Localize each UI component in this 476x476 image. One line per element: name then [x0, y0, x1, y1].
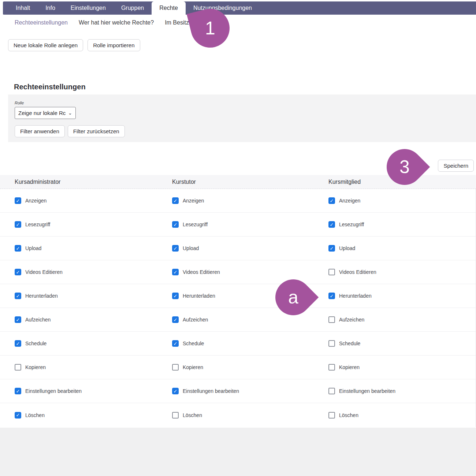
permission-label: Schedule: [25, 341, 47, 346]
cell-kursadministrator-videos-editieren: ✓Videos Editieren: [0, 269, 157, 275]
cell-kursadministrator-schedule: ✓Schedule: [0, 340, 157, 347]
filter-button-row: Filter anwenden Filter zurücksetzen: [15, 125, 469, 137]
checkbox-kursmitglied-upload[interactable]: ✓: [328, 245, 335, 252]
role-select-value: Zeige nur lokale Rc: [18, 110, 66, 116]
checkbox-kursmitglied-videos-editieren[interactable]: [328, 269, 335, 275]
cell-kurstutor-einstellungen-bearbeiten: ✓Einstellungen bearbeiten: [157, 388, 314, 394]
page-title: Rechteeinstellungen: [14, 83, 86, 91]
permission-row-lesezugriff: ✓Lesezugriff✓Lesezugriff✓Lesezugriff: [0, 213, 476, 237]
callout-step-3-label: 3: [399, 158, 410, 176]
permissions-rows: ✓Anzeigen✓Anzeigen✓Anzeigen✓Lesezugriff✓…: [0, 189, 476, 427]
permission-label: Lesezugriff: [183, 222, 208, 227]
permission-row-schedule: ✓Schedule✓ScheduleSchedule: [0, 332, 476, 356]
permission-label: Einstellungen bearbeiten: [25, 388, 82, 394]
chevron-down-icon: ⌄: [68, 110, 72, 116]
permission-label: Anzeigen: [339, 198, 360, 204]
permission-label: Einstellungen bearbeiten: [183, 388, 239, 394]
checkbox-kursadministrator-lesezugriff[interactable]: ✓: [15, 221, 21, 228]
checkbox-kursmitglied-aufzeichen[interactable]: [328, 316, 335, 323]
import-role-button[interactable]: Rolle importieren: [88, 39, 140, 51]
sub-tab-bar: RechteeinstellungenWer hat hier welche R…: [9, 18, 194, 28]
checkbox-kursmitglied-anzeigen[interactable]: ✓: [328, 197, 335, 204]
cell-kursmitglied-einstellungen-bearbeiten: Einstellungen bearbeiten: [314, 388, 476, 394]
filter-panel: Rolle Zeige nur lokale Rc ⌄ Filter anwen…: [8, 94, 476, 142]
tab-info[interactable]: Info: [38, 1, 63, 15]
checkbox-kursmitglied-lesezugriff[interactable]: ✓: [328, 221, 335, 228]
cell-kursmitglied-aufzeichen: Aufzeichen: [314, 316, 476, 323]
new-local-role-button[interactable]: Neue lokale Rolle anlegen: [8, 39, 83, 51]
permission-row-einstellungen-bearbeiten: ✓Einstellungen bearbeiten✓Einstellungen …: [0, 379, 476, 403]
cell-kursmitglied-herunterladen: ✓Herunterladen: [314, 293, 476, 299]
checkbox-kursmitglied-schedule[interactable]: [328, 340, 335, 347]
checkbox-kurstutor-upload[interactable]: ✓: [172, 245, 179, 252]
column-header-kurstutor: Kurstutor: [157, 179, 314, 185]
checkbox-kurstutor-kopieren[interactable]: [172, 364, 179, 371]
cell-kursmitglied-lesezugriff: ✓Lesezugriff: [314, 221, 476, 228]
permission-row-videos-editieren: ✓Videos Editieren✓Videos EditierenVideos…: [0, 260, 476, 284]
callout-step-a-label: a: [288, 288, 298, 306]
permission-row-anzeigen: ✓Anzeigen✓Anzeigen✓Anzeigen: [0, 189, 476, 213]
cell-kurstutor-videos-editieren: ✓Videos Editieren: [157, 269, 314, 275]
tab-einstellungen[interactable]: Einstellungen: [63, 1, 114, 15]
permission-label: Videos Editieren: [339, 269, 376, 275]
checkbox-kursadministrator-aufzeichen[interactable]: ✓: [15, 316, 21, 323]
cell-kursmitglied-kopieren: Kopieren: [314, 364, 476, 371]
permission-label: Löschen: [339, 412, 358, 418]
cell-kursmitglied-l-schen: Löschen: [314, 412, 476, 419]
permission-row-kopieren: KopierenKopierenKopieren: [0, 356, 476, 379]
tab-rechte[interactable]: Rechte: [152, 1, 186, 15]
checkbox-kurstutor-schedule[interactable]: ✓: [172, 340, 179, 347]
permission-label: Herunterladen: [25, 293, 58, 299]
subtab-rechteeinstellungen[interactable]: Rechteeinstellungen: [9, 19, 73, 26]
tab-inhalt[interactable]: Inhalt: [8, 1, 38, 15]
checkbox-kursadministrator-kopieren[interactable]: [15, 364, 21, 371]
role-select-label: Rolle: [15, 101, 469, 105]
permission-row-upload: ✓Upload✓Upload✓Upload: [0, 237, 476, 260]
permissions-table: KursadministratorKurstutorKursmitglied ✓…: [0, 175, 476, 427]
checkbox-kursmitglied-l-schen[interactable]: [328, 412, 335, 419]
permission-label: Upload: [339, 245, 355, 251]
permission-label: Aufzeichen: [183, 317, 208, 323]
save-button[interactable]: Speichern: [438, 160, 474, 172]
cell-kurstutor-aufzeichen: ✓Aufzeichen: [157, 316, 314, 323]
checkbox-kursmitglied-einstellungen-bearbeiten[interactable]: [328, 388, 335, 394]
cell-kursmitglied-schedule: Schedule: [314, 340, 476, 347]
cell-kurstutor-kopieren: Kopieren: [157, 364, 314, 371]
permission-label: Aufzeichen: [339, 317, 364, 323]
checkbox-kurstutor-einstellungen-bearbeiten[interactable]: ✓: [172, 388, 179, 394]
checkbox-kurstutor-herunterladen[interactable]: ✓: [172, 293, 179, 299]
permission-label: Anzeigen: [25, 198, 47, 204]
checkbox-kursmitglied-kopieren[interactable]: [328, 364, 335, 371]
cell-kurstutor-anzeigen: ✓Anzeigen: [157, 197, 314, 204]
checkbox-kursadministrator-schedule[interactable]: ✓: [15, 340, 21, 347]
permission-label: Kopieren: [183, 364, 203, 370]
checkbox-kursmitglied-herunterladen[interactable]: ✓: [328, 293, 335, 299]
cell-kursadministrator-anzeigen: ✓Anzeigen: [0, 197, 157, 204]
checkbox-kursadministrator-l-schen[interactable]: ✓: [15, 412, 21, 419]
permission-row-herunterladen: ✓Herunterladen✓Herunterladen✓Herunterlad…: [0, 284, 476, 308]
checkbox-kursadministrator-einstellungen-bearbeiten[interactable]: ✓: [15, 388, 21, 394]
cell-kursadministrator-lesezugriff: ✓Lesezugriff: [0, 221, 157, 228]
apply-filter-button[interactable]: Filter anwenden: [15, 125, 65, 137]
checkbox-kursadministrator-herunterladen[interactable]: ✓: [15, 293, 21, 299]
top-tab-bar: InhaltInfoEinstellungenGruppenRechteNutz…: [3, 1, 476, 15]
permission-row-aufzeichen: ✓Aufzeichen✓AufzeichenAufzeichen: [0, 308, 476, 332]
checkbox-kurstutor-videos-editieren[interactable]: ✓: [172, 269, 179, 275]
permission-label: Löschen: [183, 412, 202, 418]
cell-kurstutor-schedule: ✓Schedule: [157, 340, 314, 347]
checkbox-kursadministrator-upload[interactable]: ✓: [15, 245, 21, 252]
checkbox-kursadministrator-anzeigen[interactable]: ✓: [15, 197, 21, 204]
role-select[interactable]: Zeige nur lokale Rc ⌄: [15, 107, 76, 119]
checkbox-kursadministrator-videos-editieren[interactable]: ✓: [15, 269, 21, 275]
subtab-wer-hat-hier-welche-rechte[interactable]: Wer hat hier welche Rechte?: [73, 19, 159, 26]
checkbox-kurstutor-l-schen[interactable]: [172, 412, 179, 419]
checkbox-kurstutor-aufzeichen[interactable]: ✓: [172, 316, 179, 323]
checkbox-kurstutor-lesezugriff[interactable]: ✓: [172, 221, 179, 228]
cell-kursadministrator-herunterladen: ✓Herunterladen: [0, 293, 157, 299]
cell-kurstutor-lesezugriff: ✓Lesezugriff: [157, 221, 314, 228]
reset-filter-button[interactable]: Filter zurücksetzen: [68, 125, 125, 137]
permission-label: Videos Editieren: [25, 269, 63, 275]
tab-gruppen[interactable]: Gruppen: [114, 1, 152, 15]
permission-label: Herunterladen: [183, 293, 215, 299]
checkbox-kurstutor-anzeigen[interactable]: ✓: [172, 197, 179, 204]
